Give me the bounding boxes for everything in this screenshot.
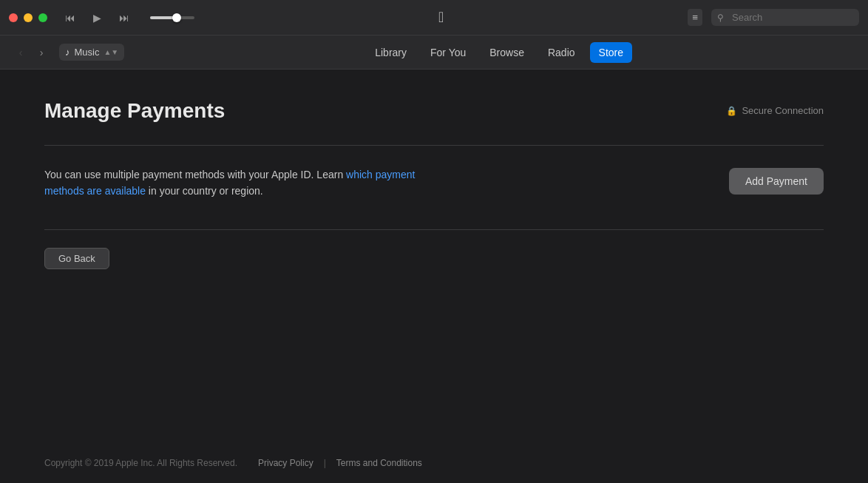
copyright-text: Copyright © 2019 Apple Inc. All Rights R…	[44, 458, 237, 468]
rewind-button[interactable]: ⏮	[62, 10, 78, 25]
search-icon: ⚲	[717, 13, 724, 23]
volume-track	[150, 16, 194, 19]
media-controls: ⏮ ▶ ⏭	[62, 10, 194, 25]
main-content: Manage Payments 🔒 Secure Connection You …	[0, 70, 868, 443]
forward-arrow-button[interactable]: ›	[33, 44, 50, 61]
page-title: Manage Payments	[44, 99, 225, 123]
library-nav-button[interactable]: Library	[366, 42, 416, 63]
payment-text-after-link: in your country or region.	[146, 185, 263, 197]
search-input[interactable]	[711, 9, 859, 26]
nav-arrows: ‹ ›	[12, 44, 50, 61]
apple-logo-icon: 	[438, 9, 444, 26]
search-wrapper: ⚲	[711, 9, 859, 26]
titlebar-right: ≡ ⚲	[688, 9, 859, 26]
payment-info-area: You can use multiple payment methods wit…	[44, 166, 824, 200]
go-back-area: Go Back	[44, 248, 824, 269]
privacy-policy-link[interactable]: Privacy Policy	[258, 458, 313, 468]
go-back-button[interactable]: Go Back	[44, 248, 109, 269]
maximize-button[interactable]	[38, 13, 47, 22]
play-button[interactable]: ▶	[90, 10, 104, 25]
secure-connection-label: Secure Connection	[742, 105, 824, 116]
lock-icon: 🔒	[726, 106, 737, 116]
minimize-button[interactable]	[24, 13, 33, 22]
traffic-lights	[9, 13, 47, 22]
secure-connection: 🔒 Secure Connection	[726, 105, 824, 116]
browse-nav-button[interactable]: Browse	[481, 42, 533, 63]
back-arrow-icon: ‹	[19, 47, 23, 58]
forward-arrow-icon: ›	[40, 47, 44, 58]
navbar: ‹ › ♪ Music ▲▼ Library For You Browse Ra…	[0, 36, 868, 70]
close-button[interactable]	[9, 13, 18, 22]
footer: Copyright © 2019 Apple Inc. All Rights R…	[0, 443, 868, 483]
volume-slider[interactable]	[150, 16, 194, 19]
store-nav-button[interactable]: Store	[590, 42, 632, 63]
app-selector-label: Music	[75, 47, 100, 58]
chevron-down-icon: ▲▼	[104, 48, 118, 56]
list-icon: ≡	[692, 12, 698, 23]
terms-conditions-link[interactable]: Terms and Conditions	[336, 458, 422, 468]
back-arrow-button[interactable]: ‹	[12, 44, 30, 61]
music-note-icon: ♪	[65, 47, 70, 58]
fastforward-button[interactable]: ⏭	[116, 10, 132, 25]
app-selector[interactable]: ♪ Music ▲▼	[59, 44, 124, 61]
volume-thumb	[172, 13, 181, 22]
footer-sep-2: |	[324, 458, 326, 468]
payment-text-before-link: You can use multiple payment methods wit…	[44, 169, 346, 180]
titlebar: ⏮ ▶ ⏭  ≡ ⚲	[0, 0, 868, 36]
nav-links: Library For You Browse Radio Store	[142, 42, 856, 63]
titlebar-center: 	[194, 9, 688, 26]
radio-nav-button[interactable]: Radio	[539, 42, 584, 63]
add-payment-button[interactable]: Add Payment	[729, 168, 824, 195]
page-header: Manage Payments 🔒 Secure Connection	[44, 99, 824, 123]
bottom-divider	[44, 229, 824, 230]
foryou-nav-button[interactable]: For You	[421, 42, 475, 63]
list-view-button[interactable]: ≡	[688, 9, 702, 26]
header-divider	[44, 145, 824, 146]
payment-description: You can use multiple payment methods wit…	[44, 166, 429, 200]
